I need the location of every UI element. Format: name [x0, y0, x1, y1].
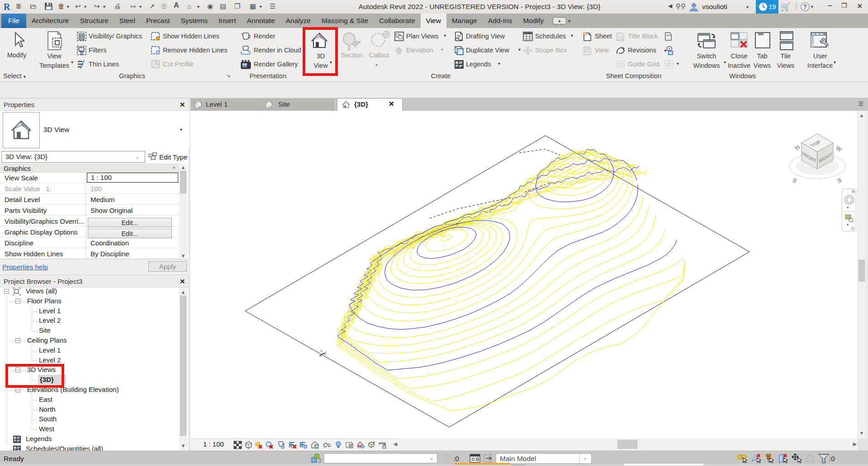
svg-text:N: N: [793, 144, 801, 152]
svg-text:?: ?: [803, 3, 807, 10]
svg-text:W: W: [835, 144, 843, 153]
svg-text:E: E: [836, 177, 843, 184]
svg-text:S: S: [791, 177, 798, 184]
svg-text:R: R: [4, 2, 10, 12]
